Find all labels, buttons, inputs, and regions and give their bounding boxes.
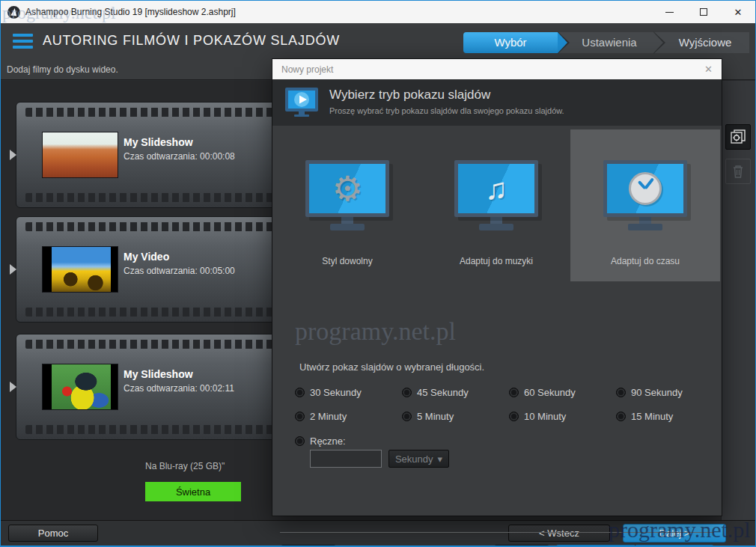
dialog-titlebar: Nowy projekt ✕ <box>272 59 722 79</box>
dialog-header: Wybierz tryb pokazu slajdów Proszę wybra… <box>272 79 722 126</box>
dialog-content: programy.net.pl ⚙ Styl dowolny ♫ Adaptuj… <box>272 126 722 516</box>
close-button[interactable]: ✕ <box>721 1 755 23</box>
window-title: Ashampoo Burning Studio 19 [myslideshow … <box>25 7 236 17</box>
slideshow-monitor-icon <box>284 86 320 119</box>
media-title: My Slideshow <box>124 368 193 380</box>
mode-tile-label: Styl dowolny <box>322 256 372 266</box>
media-title: My Slideshow <box>124 136 193 148</box>
page-title: AUTORING FILMÓW I POKAZÓW SLAJDÓW <box>43 33 340 49</box>
titlebar: Ashampoo Burning Studio 19 [myslideshow … <box>1 1 755 23</box>
dialog-heading: Wybierz tryb pokazu slajdów <box>329 88 490 103</box>
bottom-bar: Pomoc < Wstecz Dalej > <box>1 520 755 546</box>
quality-text: Świetna <box>176 486 210 498</box>
quality-indicator: Świetna <box>145 482 241 501</box>
row-expand-icon[interactable] <box>10 264 16 275</box>
duration-heading: Utwórz pokaz slajdów o wybranej długości… <box>299 361 484 373</box>
tab-ustawienia[interactable]: Ustawienia <box>558 32 653 53</box>
menu-button[interactable] <box>13 34 33 50</box>
radio-icon <box>509 412 519 421</box>
radio-30s[interactable]: 30 Sekundy <box>295 387 402 398</box>
radio-2m[interactable]: 2 Minuty <box>295 411 402 422</box>
radio-icon <box>509 388 519 397</box>
radio-icon <box>402 388 412 397</box>
maximize-button[interactable] <box>686 1 721 23</box>
radio-90s[interactable]: 90 Sekundy <box>616 387 723 398</box>
media-thumbnail-sunflowers <box>43 247 118 292</box>
mode-tile-adapt-music[interactable]: ♫ Adaptuj do muzyki <box>421 129 571 281</box>
media-duration: Czas odtwarzania: 00:00:08 <box>124 151 235 162</box>
monitor-gear-icon: ⚙ <box>305 160 389 230</box>
help-button[interactable]: Pomoc <box>8 525 98 542</box>
mode-tile-label: Adaptuj do muzyki <box>460 256 533 266</box>
radio-icon <box>616 388 626 397</box>
dialog-subheading: Proszę wybrać tryb pokazu slajdów dla sw… <box>329 106 564 115</box>
radio-15m[interactable]: 15 Minuty <box>616 411 723 422</box>
radio-icon <box>295 412 305 421</box>
dialog-close-button[interactable]: ✕ <box>704 64 713 75</box>
duration-options: 30 Sekundy 45 Sekundy 60 Sekundy 90 Seku… <box>295 387 714 422</box>
media-duration: Czas odtwarzania: 00:05:00 <box>124 266 235 276</box>
unit-dropdown[interactable]: Sekundy ▾ <box>388 450 449 468</box>
minimize-icon <box>665 12 674 13</box>
radio-45s[interactable]: 45 Sekundy <box>402 387 509 398</box>
mode-tile-adapt-time[interactable]: Adaptuj do czasu <box>570 129 720 281</box>
radio-icon <box>402 412 412 421</box>
dialog-divider <box>280 532 714 533</box>
app-logo-icon <box>7 6 20 19</box>
slideshow-properties-button[interactable] <box>725 124 751 150</box>
media-duration: Czas odtwarzania: 00:02:11 <box>124 383 234 394</box>
monitor-clock-icon <box>603 160 687 230</box>
new-project-dialog: Nowy projekt ✕ Wybierz tryb pokazu slajd… <box>272 59 722 516</box>
minimize-button[interactable] <box>652 1 686 23</box>
tab-wybor[interactable]: Wybór <box>463 32 558 53</box>
media-thumbnail-parrot <box>43 364 118 409</box>
disc-capacity-label: Na Blu-ray (25 GB)" <box>145 461 225 471</box>
trash-icon <box>730 163 746 180</box>
side-toolbar <box>721 81 755 521</box>
dialog-title: Nowy projekt <box>281 64 333 75</box>
radio-icon <box>295 436 305 446</box>
watermark-middle: programy.net.pl <box>295 317 456 346</box>
radio-10m[interactable]: 10 Minuty <box>509 411 616 422</box>
radio-5m[interactable]: 5 Minuty <box>402 411 509 422</box>
tab-wyjsciowe[interactable]: Wyjściowe <box>653 32 749 53</box>
manual-duration-input[interactable] <box>310 450 382 468</box>
mode-tile-free-style[interactable]: ⚙ Styl dowolny <box>272 129 422 281</box>
radio-icon <box>616 412 626 421</box>
delete-button[interactable] <box>725 159 751 184</box>
radio-60s[interactable]: 60 Sekundy <box>509 387 616 398</box>
radio-icon <box>295 388 305 397</box>
row-expand-icon[interactable] <box>10 150 16 160</box>
monitor-music-icon: ♫ <box>454 160 538 230</box>
close-icon: ✕ <box>734 7 743 18</box>
row-expand-icon[interactable] <box>10 382 16 392</box>
media-thumbnail-starfish <box>43 132 118 177</box>
radio-manual[interactable]: Ręczne: <box>295 436 346 447</box>
header: AUTORING FILMÓW I POKAZÓW SLAJDÓW Wybór … <box>1 23 755 61</box>
app-window: Ashampoo Burning Studio 19 [myslideshow … <box>0 0 756 547</box>
next-button[interactable]: Dalej > <box>623 524 726 543</box>
subheader-text: Dodaj filmy do dysku wideo. <box>7 64 118 75</box>
mode-tile-label: Adaptuj do czasu <box>611 256 680 266</box>
chevron-down-icon: ▾ <box>438 453 443 465</box>
maximize-icon <box>700 8 707 16</box>
media-title: My Video <box>124 251 169 263</box>
back-button[interactable]: < Wstecz <box>508 525 610 542</box>
breadcrumb: Wybór Ustawienia Wyjściowe <box>463 32 749 53</box>
slides-gear-icon <box>729 128 747 146</box>
